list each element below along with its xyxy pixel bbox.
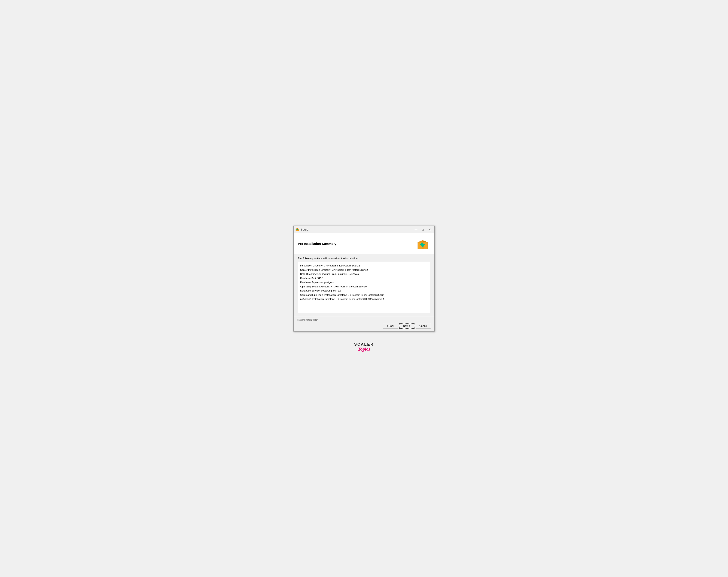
summary-line: Server Installation Directory: C:\Progra… — [300, 268, 428, 272]
svg-marker-5 — [418, 240, 423, 242]
footer-section: VMware InstallBuilder < Back Next > Canc… — [293, 316, 435, 331]
cancel-button[interactable]: Cancel — [416, 323, 431, 329]
content-section: The following settings will be used for … — [293, 254, 435, 316]
svg-marker-1 — [296, 228, 297, 229]
summary-line: Database Service: postgresql-x64-12 — [300, 289, 428, 293]
minimize-button[interactable]: — — [413, 227, 419, 232]
window-controls: — □ ✕ — [413, 227, 433, 232]
summary-line: Database Superuser: postgres — [300, 280, 428, 285]
window-title: Setup — [301, 228, 413, 231]
back-button[interactable]: < Back — [383, 323, 398, 329]
brand-label: VMware InstallBuilder — [297, 318, 431, 321]
maximize-button[interactable]: □ — [420, 227, 426, 232]
setup-window: Setup — □ ✕ Pre Installation Summary — [293, 226, 435, 332]
summary-line: Data Directory: C:\Program Files\Postgre… — [300, 272, 428, 276]
summary-line: pgAdmin4 Installation Directory: C:\Prog… — [300, 297, 428, 301]
summary-line: Database Port: 5432 — [300, 276, 428, 281]
next-button[interactable]: Next > — [399, 323, 415, 329]
installer-icon — [416, 237, 430, 251]
close-button[interactable]: ✕ — [427, 227, 433, 232]
summary-lines: Installation Directory: C:\Program Files… — [300, 264, 428, 301]
page-title: Pre Installation Summary — [298, 242, 336, 245]
watermark: SCALER Topics — [354, 342, 374, 351]
setup-icon — [295, 227, 300, 232]
summary-line: Operating System Account: NT AUTHORITY\N… — [300, 285, 428, 289]
header-section: Pre Installation Summary — [293, 233, 435, 254]
summary-line: Installation Directory: C:\Program Files… — [300, 264, 428, 268]
footer-buttons: < Back Next > Cancel — [297, 322, 431, 330]
topics-label: Topics — [354, 347, 374, 351]
summary-box[interactable]: Installation Directory: C:\Program Files… — [298, 262, 430, 313]
intro-text: The following settings will be used for … — [298, 257, 430, 260]
summary-line: Command Line Tools Installation Director… — [300, 293, 428, 297]
svg-marker-6 — [423, 240, 427, 242]
scaler-label: SCALER — [354, 342, 374, 347]
svg-marker-2 — [297, 228, 299, 229]
title-bar: Setup — □ ✕ — [293, 226, 435, 233]
